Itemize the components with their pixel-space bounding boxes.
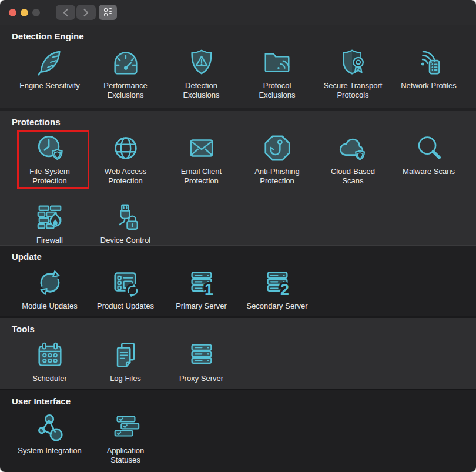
section-items: Module Updates Product Updates 1 Primary… xyxy=(12,266,470,311)
item-protocol-exclusions[interactable]: Protocol Exclusions xyxy=(239,45,315,100)
item-file-system-protection[interactable]: File-System Protection xyxy=(12,131,88,186)
item-label: Scheduler xyxy=(32,374,67,383)
chevron-left-icon xyxy=(62,8,69,17)
octagon-hook-icon xyxy=(262,131,293,165)
item-primary-server[interactable]: 1 Primary Server xyxy=(163,266,239,311)
item-label: Cloud-Based Scans xyxy=(320,167,386,186)
section-update: Update Module Updates Product Updates 1 … xyxy=(0,245,476,316)
nav-buttons xyxy=(56,5,96,20)
grid-icon xyxy=(104,8,112,16)
item-detection-exclusions[interactable]: Detection Exclusions xyxy=(163,45,239,100)
item-label: Email Client Protection xyxy=(169,167,234,186)
server-stack-icon xyxy=(186,338,217,372)
item-label: Proxy Server xyxy=(179,374,223,383)
item-web-access-protection[interactable]: Web Access Protection xyxy=(88,131,163,186)
chevron-right-icon xyxy=(83,8,89,17)
clock-shield-icon xyxy=(34,131,66,165)
item-label: Product Updates xyxy=(97,302,154,311)
item-label: Firewall xyxy=(36,236,63,245)
section-user-interface: User Interface System Integration Applic… xyxy=(0,389,476,472)
item-module-updates[interactable]: Module Updates xyxy=(12,266,88,311)
item-label: Engine Sensitivity xyxy=(19,81,80,91)
section-title: User Interface xyxy=(12,396,476,407)
close-button[interactable] xyxy=(9,9,16,16)
item-label: Secondary Server xyxy=(246,302,307,311)
section-items: Engine Sensitivity Performance Exclusion… xyxy=(12,45,470,100)
feather-icon xyxy=(34,45,66,79)
section-items: System Integration Application Statuses xyxy=(12,410,470,465)
item-label: Detection Exclusions xyxy=(169,81,234,100)
globe-icon xyxy=(110,131,142,165)
item-log-files[interactable]: Log Files xyxy=(88,338,163,383)
back-button[interactable] xyxy=(56,5,75,20)
settings-sections: Detection Engine Engine Sensitivity Perf… xyxy=(0,25,476,472)
panel-refresh-icon xyxy=(110,266,142,300)
item-secondary-server[interactable]: 2 Secondary Server xyxy=(239,266,315,311)
item-performance-exclusions[interactable]: Performance Exclusions xyxy=(88,45,163,100)
item-label: Secure Transport Protocols xyxy=(320,81,386,100)
item-email-client-protection[interactable]: Email Client Protection xyxy=(163,131,239,186)
traffic-lights xyxy=(0,9,40,16)
section-protections: Protections File-System Protection Web A… xyxy=(0,108,476,245)
item-label: Malware Scans xyxy=(403,167,455,176)
wifi-profile-icon xyxy=(413,45,445,79)
grid-view-button[interactable] xyxy=(99,5,117,20)
svg-text:2: 2 xyxy=(280,281,289,299)
shield-badge-icon xyxy=(337,45,369,79)
item-cloud-based-scans[interactable]: Cloud-Based Scans xyxy=(315,131,391,186)
server-1-icon: 1 xyxy=(186,266,217,300)
shield-warning-icon xyxy=(186,45,217,79)
section-title: Tools xyxy=(12,324,476,334)
magnifier-icon xyxy=(413,131,445,165)
item-secure-transport-protocols[interactable]: Secure Transport Protocols xyxy=(315,45,391,100)
item-label: Protocol Exclusions xyxy=(244,81,310,100)
documents-icon xyxy=(110,338,142,372)
nodes-icon xyxy=(34,410,66,444)
item-firewall[interactable]: Firewall xyxy=(12,200,88,245)
item-label: Device Control xyxy=(100,236,150,245)
item-scheduler[interactable]: Scheduler xyxy=(12,338,88,383)
item-malware-scans[interactable]: Malware Scans xyxy=(391,131,467,186)
firewall-icon xyxy=(34,200,66,234)
section-tools: Tools Scheduler Log Files Proxy Server xyxy=(0,316,476,389)
item-application-statuses[interactable]: Application Statuses xyxy=(88,410,163,465)
status-bars-icon xyxy=(110,410,142,444)
forward-button[interactable] xyxy=(76,5,96,20)
section-title: Protections xyxy=(12,117,476,128)
item-engine-sensitivity[interactable]: Engine Sensitivity xyxy=(12,45,88,100)
item-proxy-server[interactable]: Proxy Server xyxy=(163,338,239,383)
preferences-window: Detection Engine Engine Sensitivity Perf… xyxy=(0,0,476,472)
section-detection-engine: Detection Engine Engine Sensitivity Perf… xyxy=(0,25,476,108)
refresh-circle-icon xyxy=(34,266,66,300)
calendar-icon xyxy=(34,338,66,372)
cloud-shield-icon xyxy=(337,131,369,165)
item-label: Primary Server xyxy=(176,302,227,311)
svg-text:1: 1 xyxy=(205,281,213,299)
minimize-button[interactable] xyxy=(21,9,28,16)
server-2-icon: 2 xyxy=(262,266,293,300)
section-items: File-System Protection Web Access Protec… xyxy=(12,131,470,245)
item-label: Log Files xyxy=(110,374,141,383)
gauge-icon xyxy=(110,45,142,79)
item-label: Module Updates xyxy=(22,302,78,311)
titlebar xyxy=(0,0,476,25)
item-label: Application Statuses xyxy=(93,446,159,465)
section-title: Update xyxy=(12,252,476,262)
item-label: Network Profiles xyxy=(401,81,457,91)
zoom-button-disabled xyxy=(32,9,40,16)
usb-lock-icon xyxy=(110,200,142,234)
item-network-profiles[interactable]: Network Profiles xyxy=(391,45,467,100)
item-label: System Integration xyxy=(18,446,81,456)
envelope-icon xyxy=(186,131,217,165)
folder-waves-icon xyxy=(262,45,293,79)
item-label: Anti-Phishing Protection xyxy=(244,167,310,186)
item-device-control[interactable]: Device Control xyxy=(88,200,163,245)
section-items: Scheduler Log Files Proxy Server xyxy=(12,338,470,383)
item-system-integration[interactable]: System Integration xyxy=(12,410,88,465)
item-product-updates[interactable]: Product Updates xyxy=(88,266,163,311)
item-label: File-System Protection xyxy=(17,167,83,186)
section-title: Detection Engine xyxy=(12,31,476,42)
item-anti-phishing-protection[interactable]: Anti-Phishing Protection xyxy=(239,131,315,186)
item-label: Performance Exclusions xyxy=(93,81,159,100)
item-label: Web Access Protection xyxy=(93,167,159,186)
